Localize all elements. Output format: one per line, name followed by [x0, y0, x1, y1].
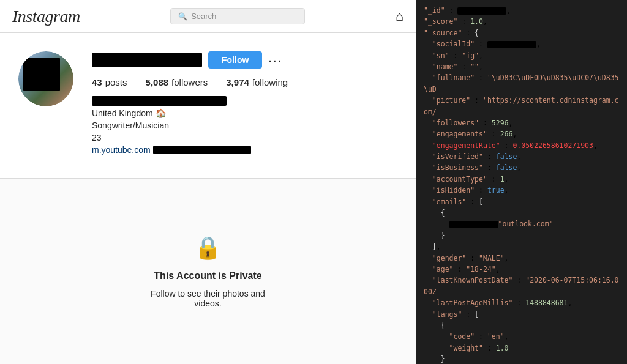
following-label: following [252, 77, 288, 87]
private-title: This Account is Private [154, 270, 261, 281]
profile-info: Follow ··· 43 posts 5,088 followers 3,97… [92, 51, 397, 155]
instagram-logo: Instagram [12, 7, 80, 26]
private-subtitle: Follow to see their photos and videos. [151, 289, 265, 308]
link-redaction [153, 146, 251, 154]
json-panel[interactable]: "_id" : , "_score" : 1.0, "_source" : { … [416, 0, 627, 364]
avatar-image [18, 51, 73, 106]
bio-location: United Kingdom 🏠 [92, 108, 397, 118]
bio-age: 23 [92, 133, 397, 143]
profile-actions: Follow ··· [92, 51, 397, 69]
json-content: "_id" : , "_score" : 1.0, "_source" : { … [424, 5, 620, 364]
search-icon: 🔍 [178, 12, 187, 21]
followers-count: 5,088 [146, 77, 169, 87]
instagram-header: Instagram 🔍 Search ⌂ [0, 0, 416, 33]
posts-stat: 43 posts [92, 77, 127, 87]
search-input[interactable]: 🔍 Search [170, 8, 305, 24]
profile-stats: 43 posts 5,088 followers 3,974 following [92, 77, 397, 87]
follow-button[interactable]: Follow [208, 51, 262, 69]
bio-occupation: Songwriter/Musician [92, 121, 397, 130]
avatar [18, 51, 73, 106]
fullname-line [92, 96, 397, 106]
followers-stat: 5,088 followers [146, 77, 208, 87]
search-bar-container: 🔍 Search [88, 8, 388, 24]
bio-link[interactable]: m.youtube.com [92, 145, 397, 155]
fullname-redaction [92, 96, 227, 106]
following-stat: 3,974 following [226, 77, 288, 87]
username-redaction [92, 53, 202, 67]
profile-header: Follow ··· 43 posts 5,088 followers 3,97… [18, 51, 397, 155]
bio-link-prefix: m.youtube.com [92, 145, 151, 155]
posts-label: posts [105, 77, 127, 87]
following-count: 3,974 [226, 77, 249, 87]
more-options-button[interactable]: ··· [268, 53, 282, 67]
search-placeholder: Search [191, 12, 216, 21]
profile-area: Follow ··· 43 posts 5,088 followers 3,97… [0, 33, 416, 179]
avatar-redaction [23, 58, 60, 91]
lock-icon: 🔒 [194, 235, 222, 261]
home-icon[interactable]: ⌂ [396, 9, 404, 24]
private-account-section: 🔒 This Account is Private Follow to see … [0, 179, 416, 364]
header-icons: ⌂ [396, 9, 404, 24]
followers-label: followers [171, 77, 208, 87]
posts-count: 43 [92, 77, 102, 87]
profile-bio: United Kingdom 🏠 Songwriter/Musician 23 … [92, 96, 397, 155]
instagram-panel: Instagram 🔍 Search ⌂ F [0, 0, 416, 364]
